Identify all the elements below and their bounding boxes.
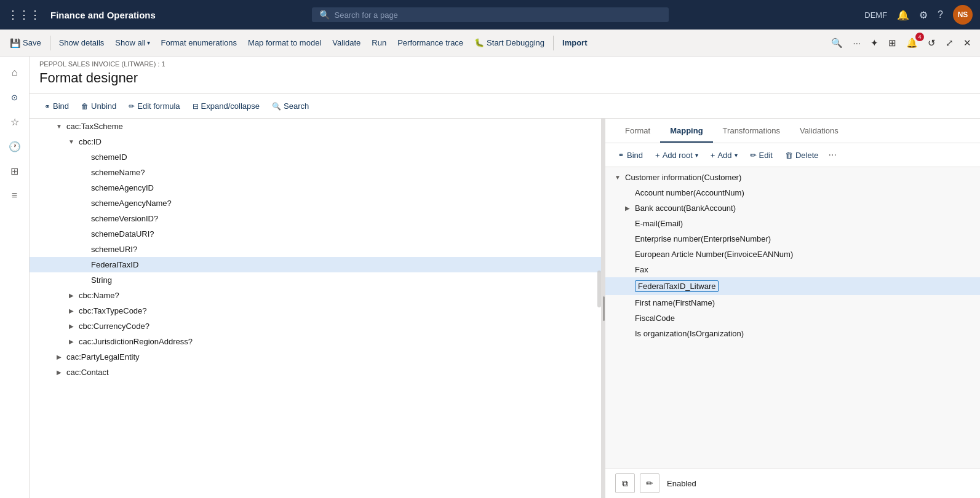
map-more-button[interactable]: ··· [826,147,839,163]
avatar[interactable]: NS [953,5,973,25]
unbind-button[interactable]: 🗑 Unbind [76,99,121,113]
map-item-bank-account[interactable]: ▶ Bank account(BankAccount) [605,200,980,216]
notification-badge[interactable]: 🔔 4 [902,35,922,51]
start-debugging-button[interactable]: 🐛 Start Debugging [469,36,549,50]
map-item-ean[interactable]: European Article Number(EinvoiceEANNum) [605,247,980,262]
sidebar-item-favorites[interactable]: ☆ [4,111,26,133]
sidebar-item-home[interactable]: ⌂ [4,61,26,84]
list-icon: ≡ [12,190,17,201]
settings-icon[interactable]: ⚙ [919,9,928,21]
search-placeholder: Search for a page [335,10,398,20]
format-enumerations-button[interactable]: Format enumerations [156,36,242,50]
sec-search-icon: 🔍 [272,102,281,111]
show-all-button[interactable]: Show all ▾ [110,36,154,50]
format-tree-pane[interactable]: ▼ cac:TaxScheme ▼ cbc:ID schemeID scheme… [30,119,602,498]
expand-icon-cbc-name: ▶ [66,292,76,299]
run-button[interactable]: Run [367,36,391,50]
toolbar-separator-2 [553,36,554,50]
tree-item-cbc-currency[interactable]: ▶ cbc:CurrencyCode? [30,318,601,334]
close-icon[interactable]: ✕ [960,35,975,51]
edit-status-icon: ✏ [646,478,653,488]
grid-icon: ⊞ [10,165,18,177]
map-item-is-org[interactable]: Is organization(IsOrganization) [605,326,980,341]
tree-item-scheme-name[interactable]: schemeName? [30,165,601,180]
toolbar-settings-icon[interactable]: ✦ [867,35,882,51]
bind-button[interactable]: ⚭ Bind [39,99,74,113]
tree-item-scheme-uri[interactable]: schemeURI? [30,242,601,257]
tree-item-tax-scheme[interactable]: ▼ cac:TaxScheme [30,119,601,134]
expand-icon-cbc-currency: ▶ [66,323,76,330]
tree-item-scheme-id[interactable]: schemeID [30,149,601,165]
expand-icon[interactable]: ⤢ [942,35,957,51]
map-item-enterprise-number[interactable]: Enterprise number(EnterpriseNumber) [605,231,980,247]
tree-item-federal-tax-id[interactable]: FederalTaxID [30,257,601,272]
toolbar-layout-icon[interactable]: ⊞ [885,35,900,51]
global-search-bar[interactable]: 🔍 Search for a page [312,7,669,22]
map-item-fiscal-code[interactable]: FiscalCode [605,310,980,326]
tree-item-cbc-name[interactable]: ▶ cbc:Name? [30,288,601,303]
search-icon: 🔍 [319,10,330,20]
bind-icon: ⚭ [44,102,50,111]
tree-item-cbc-id[interactable]: ▼ cbc:ID [30,134,601,149]
map-item-customer-info[interactable]: ▼ Customer information(Customer) [605,170,980,185]
refresh-icon[interactable]: ↺ [924,35,939,51]
map-edit-button[interactable]: ✏ Edit [745,148,778,162]
tree-scrollbar[interactable] [597,271,601,307]
sidebar-item-recent[interactable]: 🕐 [4,135,26,157]
map-add-button[interactable]: + Add ▾ [706,148,743,162]
map-format-button[interactable]: Map format to model [243,36,326,50]
show-details-button[interactable]: Show details [54,36,110,50]
map-item-fax[interactable]: Fax [605,262,980,277]
tree-item-scheme-agency-name[interactable]: schemeAgencyName? [30,196,601,211]
sidebar-item-filter[interactable]: ⊙ [4,86,26,108]
toolbar-search-icon[interactable]: 🔍 [827,35,847,51]
map-bind-icon: ⚭ [618,151,624,160]
notification-count: 4 [915,33,924,41]
help-icon[interactable]: ? [938,9,943,20]
expand-collapse-button[interactable]: ⊟ Expand/collapse [188,99,265,113]
mapping-tree[interactable]: ▼ Customer information(Customer) Account… [605,167,980,468]
toolbar-more-icon[interactable]: ··· [849,35,864,50]
map-item-account-number[interactable]: Account number(AccountNum) [605,185,980,200]
map-delete-button[interactable]: 🗑 Delete [780,148,824,162]
tree-item-scheme-agency-id[interactable]: schemeAgencyID [30,180,601,196]
copy-icon: ⧉ [622,478,628,489]
tree-item-cbc-tax-type[interactable]: ▶ cbc:TaxTypeCode? [30,303,601,318]
map-item-email[interactable]: E-mail(Email) [605,216,980,231]
mapping-pane: Format Mapping Transformations Validatio… [605,119,980,498]
tab-mapping[interactable]: Mapping [660,120,712,143]
tab-validations[interactable]: Validations [790,120,848,143]
validate-button[interactable]: Validate [327,36,365,50]
tree-item-scheme-data-uri[interactable]: schemeDataURI? [30,226,601,242]
sidebar-item-workspaces[interactable]: ⊞ [4,160,26,182]
tab-format[interactable]: Format [615,120,660,143]
edit-formula-button[interactable]: ✏ Edit formula [124,99,185,113]
edit-status-button[interactable]: ✏ [640,473,659,493]
copy-button[interactable]: ⧉ [615,473,635,493]
map-bind-button[interactable]: ⚭ Bind [613,148,648,162]
edit-icon-map: ✏ [750,151,757,160]
expand-icon-party-legal: ▶ [54,354,64,360]
map-item-federal-tax-id[interactable]: FederalTaxID_Litware [605,277,980,295]
performance-trace-button[interactable]: Performance trace [392,36,468,50]
tree-item-scheme-version[interactable]: schemeVersionID? [30,211,601,226]
tree-item-party-legal[interactable]: ▶ cac:PartyLegalEntity [30,349,601,365]
map-add-root-button[interactable]: + Add root ▾ [650,148,703,162]
expand-icon-cbc-tax-type: ▶ [66,307,76,314]
expand-icon-contact: ▶ [54,369,64,376]
unbind-icon: 🗑 [81,102,89,111]
save-button[interactable]: 💾 Save [5,36,46,50]
expand-collapse-icon: ⊟ [193,102,199,111]
tree-item-contact[interactable]: ▶ cac:Contact [30,365,601,380]
notification-icon[interactable]: 🔔 [897,9,909,21]
import-button[interactable]: Import [557,36,592,50]
map-item-first-name[interactable]: First name(FirstName) [605,295,980,310]
tree-item-jurisdiction[interactable]: ▶ cac:JurisdictionRegionAddress? [30,334,601,349]
search-button[interactable]: 🔍 Search [267,99,314,113]
bottom-status-bar: ⧉ ✏ Enabled [605,468,980,498]
main-area: ⌂ ⊙ ☆ 🕐 ⊞ ≡ PEPPOL SALES INVOICE (LITWAR… [0,57,980,498]
tree-item-string[interactable]: String [30,272,601,288]
grid-menu-icon[interactable]: ⋮⋮⋮ [7,8,41,22]
tab-transformations[interactable]: Transformations [713,120,790,143]
sidebar-item-menu[interactable]: ≡ [4,184,26,207]
